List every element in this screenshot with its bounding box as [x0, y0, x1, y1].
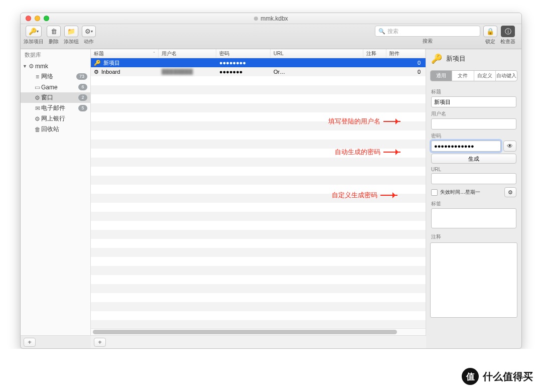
notes-field[interactable]: [430, 242, 517, 318]
sidebar-item-label: 网络: [41, 72, 76, 81]
entry-url: Or…: [270, 69, 363, 75]
search-input[interactable]: 🔍 搜索: [375, 26, 480, 37]
folder-icon: ▭: [34, 84, 41, 91]
inspector-tabs: 通用 文件 自定义 自动键入: [430, 70, 517, 81]
list-footer: +: [91, 335, 426, 348]
gear-icon: ⚙: [34, 94, 41, 101]
tree-root-label: mmk: [35, 63, 87, 70]
minimize-window-button[interactable]: [35, 16, 40, 21]
search-icon: 🔍: [378, 28, 385, 35]
sidebar-item-label: 回收站: [41, 125, 87, 134]
inspector-label: 检查器: [500, 38, 515, 45]
inspector-toggle-button[interactable]: ⓘ: [501, 26, 515, 37]
gear-icon: ⚙: [28, 63, 35, 70]
disclosure-icon[interactable]: ▼: [23, 64, 28, 69]
trash-icon: 🗑: [34, 126, 41, 133]
sidebar: 数据库 ▼ ⚙ mmk ≡ 网络 73 ▭ Game 6 ⚙: [21, 49, 91, 335]
drive-icon: ≡: [34, 73, 41, 80]
window-controls: [21, 16, 49, 21]
notes-label: 注释: [426, 233, 521, 240]
count-badge: 5: [78, 105, 87, 111]
inspector-header: 🔑 新项目: [426, 49, 521, 68]
lock-label: 锁定: [485, 38, 495, 45]
lock-button[interactable]: 🔒: [483, 26, 497, 37]
sidebar-item-label: 网上银行: [41, 114, 87, 123]
add-entry-footer-button[interactable]: +: [94, 338, 106, 347]
tab-custom[interactable]: 自定义: [474, 71, 496, 81]
count-badge: 73: [76, 73, 87, 80]
actions-label: 动作: [84, 38, 94, 45]
inspector-title: 新项目: [446, 54, 466, 63]
titlebar: mmk.kdbx: [21, 13, 521, 24]
username-field[interactable]: [431, 118, 516, 129]
entry-att: 0: [386, 60, 426, 66]
generate-password-button[interactable]: 生成: [431, 154, 516, 164]
delete-button[interactable]: 🗑: [47, 26, 61, 37]
table-row[interactable]: 🔑新项目 ●●●●●●●● 0: [91, 58, 426, 67]
sidebar-item-label: 电子邮件: [41, 104, 78, 112]
close-window-button[interactable]: [26, 16, 31, 21]
sidebar-item-window[interactable]: ⚙ 窗口 2: [21, 92, 90, 103]
column-username[interactable]: 用户名: [159, 49, 216, 58]
title-field[interactable]: [431, 96, 516, 107]
sidebar-footer: +: [21, 335, 91, 348]
inspector-panel: 🔑 新项目 通用 文件 自定义 自动键入 标题 用户名 密码 👁 生成: [426, 49, 521, 335]
entry-title: 新项目: [103, 59, 120, 67]
actions-button[interactable]: ⚙▾: [82, 26, 96, 37]
sidebar-item-trash[interactable]: 🗑 回收站: [21, 124, 90, 135]
add-entry-label: 添加项目: [24, 38, 44, 45]
column-password[interactable]: 密码: [216, 49, 270, 58]
reveal-password-button[interactable]: 👁: [503, 141, 516, 152]
eye-icon: 👁: [507, 143, 513, 150]
tags-field[interactable]: [431, 208, 516, 228]
tree-root[interactable]: ▼ ⚙ mmk: [21, 61, 90, 71]
gear-icon: ⚙: [34, 115, 41, 122]
list-header: 标题˄ 用户名 密码 URL 注释 附件: [91, 49, 426, 58]
column-attachments[interactable]: 附件: [386, 49, 426, 58]
url-label: URL: [431, 167, 516, 172]
username-label: 用户名: [431, 110, 516, 117]
add-group-button[interactable]: 📁: [64, 26, 78, 37]
mail-icon: ✉: [34, 105, 41, 112]
title-label: 标题: [431, 88, 516, 95]
column-title[interactable]: 标题˄: [91, 49, 159, 58]
password-label: 密码: [431, 133, 516, 140]
sidebar-item-banking[interactable]: ⚙ 网上银行: [21, 113, 90, 124]
tags-label: 标签: [431, 200, 516, 207]
sidebar-item-game[interactable]: ▭ Game 6: [21, 82, 90, 92]
expire-checkbox[interactable]: [431, 189, 438, 196]
app-window: mmk.kdbx 🔑▾ 添加项目 🗑 删除 📁 添加组 ⚙▾ 动作 🔍 搜索 搜…: [20, 13, 522, 349]
annotation-generate: 自定义生成密码: [332, 191, 397, 200]
toolbar: 🔑▾ 添加项目 🗑 删除 📁 添加组 ⚙▾ 动作 🔍 搜索 搜索 🔒 锁定: [21, 24, 521, 49]
sidebar-item-email[interactable]: ✉ 电子邮件 5: [21, 103, 90, 113]
column-notes[interactable]: 注释: [363, 49, 386, 58]
password-field[interactable]: [431, 141, 501, 152]
expire-label: 失效时间…星期一: [440, 189, 480, 196]
document-dirty-icon: [254, 17, 258, 21]
url-field[interactable]: [431, 173, 516, 184]
table-row[interactable]: ⚙Inboard ████████ ●●●●●●● Or… 0: [91, 67, 426, 76]
sidebar-item-label: Game: [41, 84, 78, 91]
add-group-label: 添加组: [64, 38, 79, 45]
count-badge: 2: [78, 94, 87, 101]
annotation-username: 填写登陆的用户名: [328, 117, 400, 126]
expire-settings-button[interactable]: ⚙: [504, 187, 516, 197]
add-entry-button[interactable]: 🔑▾: [26, 26, 42, 37]
sidebar-item-network[interactable]: ≡ 网络 73: [21, 71, 90, 82]
column-url[interactable]: URL: [270, 49, 363, 58]
entry-att: 0: [386, 69, 426, 75]
horizontal-scrollbar[interactable]: [91, 328, 426, 335]
add-group-footer-button[interactable]: +: [24, 338, 36, 347]
zoom-window-button[interactable]: [44, 16, 49, 21]
tab-general[interactable]: 通用: [431, 71, 452, 81]
entry-title: Inboard: [101, 69, 120, 75]
entry-pass: ●●●●●●●: [216, 69, 270, 75]
sidebar-header: 数据库: [21, 49, 90, 61]
window-title: mmk.kdbx: [21, 15, 521, 22]
tab-autotype[interactable]: 自动键入: [496, 71, 517, 81]
sidebar-item-label: 窗口: [41, 93, 78, 102]
count-badge: 6: [78, 84, 87, 90]
entry-pass: ●●●●●●●●: [216, 60, 270, 66]
search-label: 搜索: [423, 38, 433, 45]
tab-files[interactable]: 文件: [452, 71, 474, 81]
